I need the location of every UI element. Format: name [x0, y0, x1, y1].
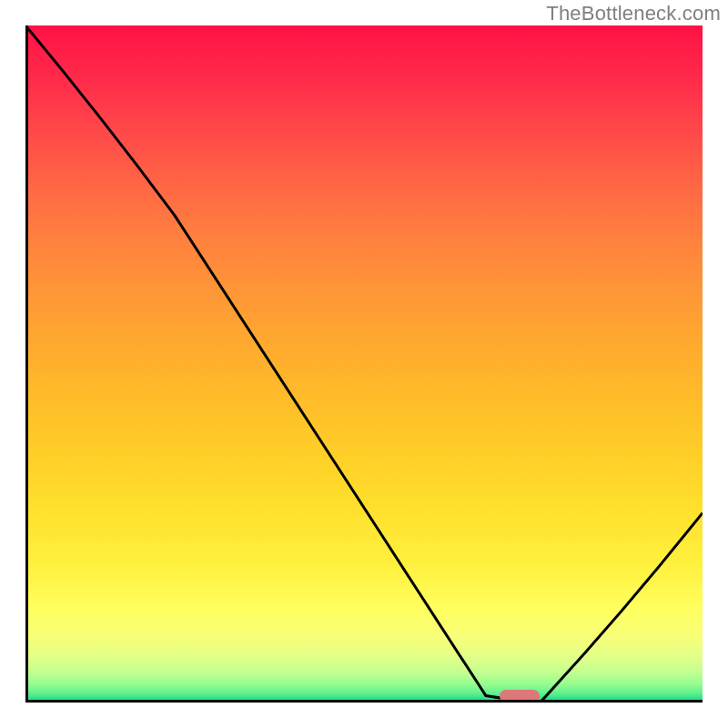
plot-area: [25, 25, 703, 703]
bottleneck-curve: [25, 25, 703, 703]
y-axis: [25, 25, 28, 703]
x-axis: [25, 700, 703, 703]
curve-path: [25, 25, 703, 703]
chart-canvas: TheBottleneck.com: [0, 0, 728, 728]
watermark-text: TheBottleneck.com: [546, 2, 721, 25]
